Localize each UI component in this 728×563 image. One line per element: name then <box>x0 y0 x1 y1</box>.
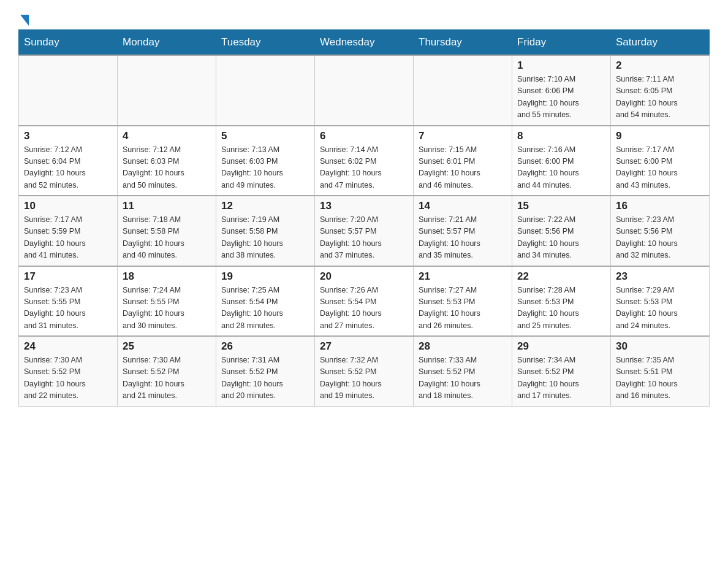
calendar-cell: 12Sunrise: 7:19 AMSunset: 5:58 PMDayligh… <box>216 196 315 266</box>
day-info: Sunrise: 7:17 AMSunset: 6:00 PMDaylight:… <box>616 144 704 192</box>
calendar-cell: 6Sunrise: 7:14 AMSunset: 6:02 PMDaylight… <box>315 126 414 196</box>
day-number: 28 <box>419 340 507 353</box>
day-number: 30 <box>616 340 704 353</box>
day-info: Sunrise: 7:33 AMSunset: 5:52 PMDaylight:… <box>419 354 507 402</box>
day-number: 1 <box>517 59 605 72</box>
calendar-cell: 30Sunrise: 7:35 AMSunset: 5:51 PMDayligh… <box>611 336 710 406</box>
day-info: Sunrise: 7:32 AMSunset: 5:52 PMDaylight:… <box>320 354 408 402</box>
day-number: 21 <box>419 270 507 283</box>
column-header-wednesday: Wednesday <box>315 30 414 56</box>
day-info: Sunrise: 7:31 AMSunset: 5:52 PMDaylight:… <box>221 354 309 402</box>
day-info: Sunrise: 7:19 AMSunset: 5:58 PMDaylight:… <box>221 214 309 262</box>
calendar-cell <box>414 55 512 126</box>
day-number: 16 <box>616 200 704 212</box>
calendar-cell: 8Sunrise: 7:16 AMSunset: 6:00 PMDaylight… <box>512 126 611 196</box>
calendar-cell: 25Sunrise: 7:30 AMSunset: 5:52 PMDayligh… <box>118 336 216 406</box>
calendar-header-row: SundayMondayTuesdayWednesdayThursdayFrid… <box>19 30 710 56</box>
day-number: 24 <box>24 340 112 353</box>
calendar-cell: 7Sunrise: 7:15 AMSunset: 6:01 PMDaylight… <box>414 126 512 196</box>
column-header-thursday: Thursday <box>414 30 512 56</box>
day-info: Sunrise: 7:12 AMSunset: 6:03 PMDaylight:… <box>123 144 211 192</box>
day-info: Sunrise: 7:30 AMSunset: 5:52 PMDaylight:… <box>24 354 112 402</box>
calendar-cell <box>19 55 118 126</box>
day-info: Sunrise: 7:24 AMSunset: 5:55 PMDaylight:… <box>123 285 211 332</box>
column-header-tuesday: Tuesday <box>216 30 315 56</box>
calendar-week-row: 3Sunrise: 7:12 AMSunset: 6:04 PMDaylight… <box>19 126 710 196</box>
day-info: Sunrise: 7:23 AMSunset: 5:56 PMDaylight:… <box>616 214 704 262</box>
day-info: Sunrise: 7:34 AMSunset: 5:52 PMDaylight:… <box>517 354 605 402</box>
calendar-cell: 26Sunrise: 7:31 AMSunset: 5:52 PMDayligh… <box>216 336 315 406</box>
day-info: Sunrise: 7:23 AMSunset: 5:55 PMDaylight:… <box>24 285 112 332</box>
day-info: Sunrise: 7:12 AMSunset: 6:04 PMDaylight:… <box>24 144 112 192</box>
calendar-cell <box>118 55 216 126</box>
calendar-cell: 14Sunrise: 7:21 AMSunset: 5:57 PMDayligh… <box>414 196 512 266</box>
day-number: 15 <box>517 200 605 212</box>
day-number: 18 <box>123 270 211 283</box>
day-number: 14 <box>419 200 507 212</box>
day-info: Sunrise: 7:25 AMSunset: 5:54 PMDaylight:… <box>221 285 309 332</box>
calendar-cell: 5Sunrise: 7:13 AMSunset: 6:03 PMDaylight… <box>216 126 315 196</box>
day-info: Sunrise: 7:17 AMSunset: 5:59 PMDaylight:… <box>24 214 112 262</box>
calendar-cell: 11Sunrise: 7:18 AMSunset: 5:58 PMDayligh… <box>118 196 216 266</box>
day-number: 20 <box>320 270 408 283</box>
day-info: Sunrise: 7:18 AMSunset: 5:58 PMDaylight:… <box>123 214 211 262</box>
day-number: 13 <box>320 200 408 212</box>
calendar-cell: 21Sunrise: 7:27 AMSunset: 5:53 PMDayligh… <box>414 266 512 337</box>
logo-arrow-icon <box>20 15 29 26</box>
day-number: 19 <box>221 270 309 283</box>
calendar-cell: 1Sunrise: 7:10 AMSunset: 6:06 PMDaylight… <box>512 55 611 126</box>
column-header-saturday: Saturday <box>611 30 710 56</box>
day-info: Sunrise: 7:27 AMSunset: 5:53 PMDaylight:… <box>419 285 507 332</box>
day-number: 27 <box>320 340 408 353</box>
day-info: Sunrise: 7:30 AMSunset: 5:52 PMDaylight:… <box>123 354 211 402</box>
column-header-sunday: Sunday <box>19 30 118 56</box>
calendar-cell: 17Sunrise: 7:23 AMSunset: 5:55 PMDayligh… <box>19 266 118 337</box>
day-info: Sunrise: 7:21 AMSunset: 5:57 PMDaylight:… <box>419 214 507 262</box>
day-number: 26 <box>221 340 309 353</box>
day-info: Sunrise: 7:35 AMSunset: 5:51 PMDaylight:… <box>616 354 704 402</box>
calendar-cell: 19Sunrise: 7:25 AMSunset: 5:54 PMDayligh… <box>216 266 315 337</box>
day-number: 22 <box>517 270 605 283</box>
day-number: 9 <box>616 130 704 142</box>
calendar-week-row: 17Sunrise: 7:23 AMSunset: 5:55 PMDayligh… <box>19 266 710 337</box>
day-info: Sunrise: 7:28 AMSunset: 5:53 PMDaylight:… <box>517 285 605 332</box>
day-info: Sunrise: 7:20 AMSunset: 5:57 PMDaylight:… <box>320 214 408 262</box>
day-number: 17 <box>24 270 112 283</box>
calendar-cell: 23Sunrise: 7:29 AMSunset: 5:53 PMDayligh… <box>611 266 710 337</box>
logo <box>18 12 29 23</box>
calendar-cell: 16Sunrise: 7:23 AMSunset: 5:56 PMDayligh… <box>611 196 710 266</box>
calendar-cell: 20Sunrise: 7:26 AMSunset: 5:54 PMDayligh… <box>315 266 414 337</box>
day-number: 8 <box>517 130 605 142</box>
calendar-cell: 28Sunrise: 7:33 AMSunset: 5:52 PMDayligh… <box>414 336 512 406</box>
day-number: 3 <box>24 130 112 142</box>
day-number: 7 <box>419 130 507 142</box>
day-number: 25 <box>123 340 211 353</box>
day-info: Sunrise: 7:29 AMSunset: 5:53 PMDaylight:… <box>616 285 704 332</box>
day-number: 6 <box>320 130 408 142</box>
day-info: Sunrise: 7:13 AMSunset: 6:03 PMDaylight:… <box>221 144 309 192</box>
day-info: Sunrise: 7:26 AMSunset: 5:54 PMDaylight:… <box>320 285 408 332</box>
calendar-week-row: 24Sunrise: 7:30 AMSunset: 5:52 PMDayligh… <box>19 336 710 406</box>
calendar-cell: 13Sunrise: 7:20 AMSunset: 5:57 PMDayligh… <box>315 196 414 266</box>
calendar-cell: 4Sunrise: 7:12 AMSunset: 6:03 PMDaylight… <box>118 126 216 196</box>
calendar-cell: 27Sunrise: 7:32 AMSunset: 5:52 PMDayligh… <box>315 336 414 406</box>
day-number: 23 <box>616 270 704 283</box>
day-info: Sunrise: 7:14 AMSunset: 6:02 PMDaylight:… <box>320 144 408 192</box>
calendar-cell: 10Sunrise: 7:17 AMSunset: 5:59 PMDayligh… <box>19 196 118 266</box>
day-number: 4 <box>123 130 211 142</box>
day-number: 12 <box>221 200 309 212</box>
calendar-cell: 22Sunrise: 7:28 AMSunset: 5:53 PMDayligh… <box>512 266 611 337</box>
day-number: 5 <box>221 130 309 142</box>
column-header-monday: Monday <box>118 30 216 56</box>
day-info: Sunrise: 7:16 AMSunset: 6:00 PMDaylight:… <box>517 144 605 192</box>
calendar-cell: 2Sunrise: 7:11 AMSunset: 6:05 PMDaylight… <box>611 55 710 126</box>
day-info: Sunrise: 7:11 AMSunset: 6:05 PMDaylight:… <box>616 74 704 121</box>
calendar-cell <box>315 55 414 126</box>
day-number: 10 <box>24 200 112 212</box>
calendar-cell: 24Sunrise: 7:30 AMSunset: 5:52 PMDayligh… <box>19 336 118 406</box>
calendar-cell: 9Sunrise: 7:17 AMSunset: 6:00 PMDaylight… <box>611 126 710 196</box>
calendar-week-row: 1Sunrise: 7:10 AMSunset: 6:06 PMDaylight… <box>19 55 710 126</box>
calendar-cell: 18Sunrise: 7:24 AMSunset: 5:55 PMDayligh… <box>118 266 216 337</box>
page-header <box>18 12 710 23</box>
calendar-cell <box>216 55 315 126</box>
